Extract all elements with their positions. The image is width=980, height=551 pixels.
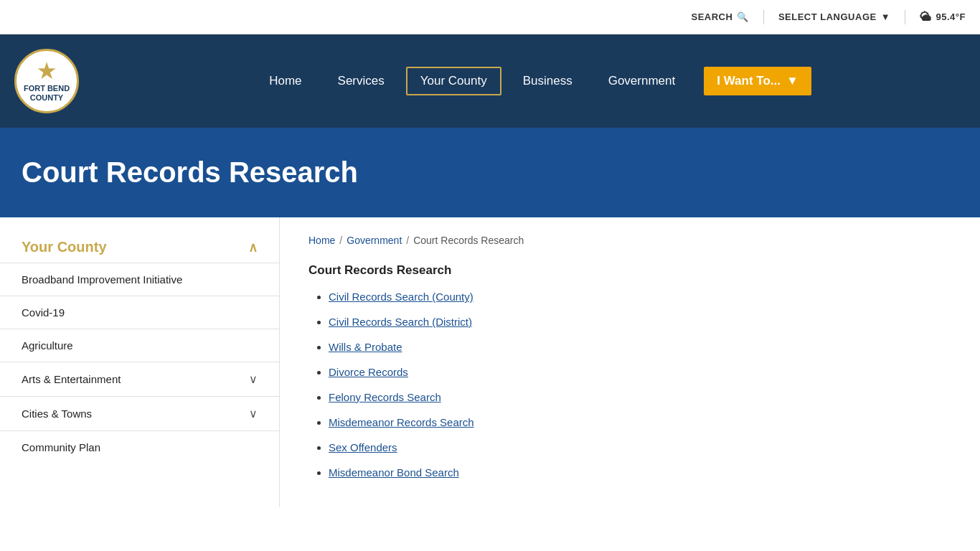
- felony-records-link[interactable]: Felony Records Search: [329, 391, 441, 403]
- chevron-up-icon: ∧: [248, 240, 258, 255]
- misdemeanor-bond-link[interactable]: Misdemeanor Bond Search: [329, 466, 459, 479]
- sidebar-section-label: Your County: [22, 239, 107, 255]
- wills-probate-link[interactable]: Wills & Probate: [329, 341, 402, 353]
- chevron-down-icon: ▼: [786, 74, 798, 88]
- list-item: Divorce Records: [329, 366, 951, 378]
- divorce-records-link[interactable]: Divorce Records: [329, 366, 408, 378]
- sidebar-item-label: Broadband Improvement Initiative: [22, 273, 182, 286]
- sidebar-item-label: Arts & Entertainment: [22, 373, 121, 385]
- iwantto-label: I Want To...: [717, 74, 781, 88]
- civil-records-county-link[interactable]: Civil Records Search (County): [329, 291, 473, 303]
- divider2: [905, 10, 905, 24]
- chevron-down-icon: ▼: [881, 11, 890, 22]
- weather-display: 🌥 95.4°F: [920, 11, 966, 24]
- sidebar-item-label: Cities & Towns: [22, 408, 92, 420]
- sidebar-item-agriculture[interactable]: Agriculture: [0, 329, 279, 362]
- sidebar-item-label: Covid-19: [22, 306, 65, 319]
- page-title: Court Records Research: [22, 156, 958, 189]
- nav-your-county[interactable]: Your County: [406, 67, 501, 95]
- chevron-down-icon: ∨: [249, 407, 258, 420]
- list-item: Civil Records Search (County): [329, 291, 951, 303]
- search-icon: 🔍: [737, 11, 749, 22]
- language-selector[interactable]: SELECT LANGUAGE ▼: [778, 11, 890, 22]
- list-item: Civil Records Search (District): [329, 316, 951, 328]
- breadcrumb-home[interactable]: Home: [308, 235, 335, 246]
- content-title: Court Records Research: [308, 263, 951, 278]
- main-layout: Your County ∧ Broadband Improvement Init…: [0, 217, 980, 507]
- search-label: SEARCH: [691, 11, 732, 22]
- iwantto-button[interactable]: I Want To... ▼: [704, 67, 811, 95]
- nav-services[interactable]: Services: [324, 67, 399, 95]
- nav-government[interactable]: Government: [594, 67, 690, 95]
- star-icon: ★: [24, 60, 70, 84]
- sidebar-item-covid[interactable]: Covid-19: [0, 296, 279, 329]
- sidebar-item-broadband[interactable]: Broadband Improvement Initiative: [0, 263, 279, 296]
- sidebar-item-arts[interactable]: Arts & Entertainment ∨: [0, 362, 279, 396]
- language-label: SELECT LANGUAGE: [778, 11, 877, 22]
- divider1: [763, 10, 764, 24]
- nav-home[interactable]: Home: [255, 67, 316, 95]
- records-links-list: Civil Records Search (County) Civil Reco…: [308, 291, 951, 479]
- list-item: Misdemeanor Bond Search: [329, 466, 951, 479]
- seal-text: FORT BENDCOUNTY: [24, 84, 70, 102]
- sidebar-item-label: Agriculture: [22, 339, 73, 352]
- nav-business[interactable]: Business: [509, 67, 587, 95]
- content-area: Home / Government / Court Records Resear…: [280, 217, 980, 507]
- main-nav: Home Services Your County Business Gover…: [100, 67, 966, 95]
- county-seal: ★ FORT BENDCOUNTY: [14, 49, 79, 113]
- list-item: Sex Offenders: [329, 441, 951, 453]
- list-item: Misdemeanor Records Search: [329, 416, 951, 428]
- sidebar-item-community-plan[interactable]: Community Plan: [0, 430, 279, 463]
- search-button[interactable]: SEARCH 🔍: [691, 11, 748, 22]
- top-bar: SEARCH 🔍 SELECT LANGUAGE ▼ 🌥 95.4°F: [0, 0, 980, 34]
- page-banner: Court Records Research: [0, 128, 980, 217]
- misdemeanor-records-link[interactable]: Misdemeanor Records Search: [329, 416, 474, 428]
- list-item: Felony Records Search: [329, 391, 951, 403]
- breadcrumb-current: Court Records Research: [413, 235, 524, 246]
- sidebar: Your County ∧ Broadband Improvement Init…: [0, 217, 280, 507]
- sidebar-item-cities[interactable]: Cities & Towns ∨: [0, 396, 279, 430]
- breadcrumb-government[interactable]: Government: [347, 235, 402, 246]
- header: ★ FORT BENDCOUNTY Home Services Your Cou…: [0, 34, 980, 128]
- cloud-icon: 🌥: [920, 11, 932, 24]
- list-item: Wills & Probate: [329, 341, 951, 353]
- breadcrumb-sep1: /: [339, 235, 342, 246]
- civil-records-district-link[interactable]: Civil Records Search (District): [329, 316, 472, 328]
- sex-offenders-link[interactable]: Sex Offenders: [329, 441, 397, 453]
- breadcrumb-sep2: /: [406, 235, 409, 246]
- chevron-down-icon: ∨: [249, 372, 258, 386]
- weather-temp: 95.4°F: [936, 11, 966, 22]
- sidebar-section-your-county[interactable]: Your County ∧: [0, 232, 279, 263]
- breadcrumb: Home / Government / Court Records Resear…: [308, 235, 951, 246]
- logo-area: ★ FORT BENDCOUNTY: [14, 49, 79, 113]
- sidebar-item-label: Community Plan: [22, 441, 100, 453]
